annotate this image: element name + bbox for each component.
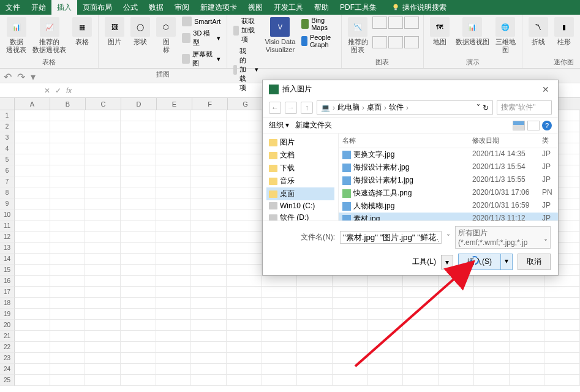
cell[interactable] bbox=[191, 331, 227, 342]
cell[interactable] bbox=[85, 176, 121, 187]
refresh-icon[interactable]: ↻ bbox=[483, 104, 489, 112]
row-header[interactable]: 23 bbox=[0, 353, 15, 364]
cell[interactable] bbox=[403, 298, 439, 309]
cell[interactable] bbox=[262, 309, 298, 320]
cell[interactable] bbox=[15, 221, 50, 232]
row-header[interactable]: 19 bbox=[0, 309, 15, 320]
cell[interactable] bbox=[439, 276, 474, 287]
cell[interactable] bbox=[121, 331, 156, 342]
cell[interactable] bbox=[50, 221, 86, 232]
cell[interactable] bbox=[191, 254, 227, 265]
row-header[interactable]: 8 bbox=[0, 187, 15, 198]
cell[interactable] bbox=[544, 353, 580, 364]
chart-type-6[interactable] bbox=[404, 36, 419, 48]
cell[interactable] bbox=[85, 154, 121, 165]
cell[interactable] bbox=[510, 342, 545, 353]
cell[interactable] bbox=[50, 198, 86, 209]
cell[interactable] bbox=[403, 342, 439, 353]
dialog-titlebar[interactable]: 插入图片 ✕ bbox=[263, 80, 558, 98]
column-header-type[interactable]: 类 bbox=[542, 136, 554, 145]
filename-input[interactable] bbox=[340, 231, 442, 244]
cell[interactable] bbox=[333, 364, 368, 375]
tools-dropdown[interactable]: ▾ bbox=[441, 255, 453, 270]
icons-button[interactable]: ⬡图 标 bbox=[154, 16, 178, 69]
cell[interactable] bbox=[50, 243, 86, 254]
cell[interactable] bbox=[121, 176, 156, 187]
cell[interactable] bbox=[227, 353, 262, 364]
row-header[interactable]: 1 bbox=[0, 110, 15, 121]
sparkline-line[interactable]: 〽折线 bbox=[526, 16, 551, 47]
cell[interactable] bbox=[156, 132, 192, 143]
cell[interactable] bbox=[510, 364, 545, 375]
tree-item[interactable]: 桌面 bbox=[266, 187, 334, 200]
cell[interactable] bbox=[544, 342, 580, 353]
cell[interactable] bbox=[121, 187, 156, 198]
cell[interactable] bbox=[156, 287, 192, 298]
cell[interactable] bbox=[121, 143, 156, 154]
cell[interactable] bbox=[156, 353, 192, 364]
cell[interactable] bbox=[156, 232, 192, 243]
tab-formulas[interactable]: 公式 bbox=[118, 0, 143, 15]
cell[interactable] bbox=[368, 320, 404, 331]
cell[interactable] bbox=[544, 331, 580, 342]
cell[interactable] bbox=[15, 353, 50, 364]
new-folder-button[interactable]: 新建文件夹 bbox=[295, 120, 332, 130]
cell[interactable] bbox=[85, 110, 121, 121]
cell[interactable] bbox=[85, 265, 121, 276]
cell[interactable] bbox=[297, 364, 333, 375]
table-button[interactable]: ▦表格 bbox=[70, 16, 94, 55]
cell[interactable] bbox=[191, 353, 227, 364]
cell[interactable] bbox=[85, 276, 121, 287]
cell[interactable] bbox=[262, 298, 298, 309]
cell[interactable] bbox=[156, 342, 192, 353]
cell[interactable] bbox=[15, 132, 50, 143]
cell[interactable] bbox=[121, 165, 156, 176]
bing-maps-button[interactable]: Bing Maps bbox=[299, 16, 337, 32]
cell[interactable] bbox=[15, 143, 50, 154]
row-header[interactable]: 22 bbox=[0, 342, 15, 353]
row-header[interactable]: 10 bbox=[0, 209, 15, 221]
dialog-close-button[interactable]: ✕ bbox=[540, 85, 552, 94]
cell[interactable] bbox=[227, 110, 262, 121]
cell[interactable] bbox=[50, 320, 86, 331]
cell[interactable] bbox=[50, 265, 86, 276]
col-header-g[interactable]: G bbox=[228, 98, 263, 110]
pivotchart-button[interactable]: 📊数据透视图 bbox=[453, 16, 492, 55]
cell[interactable] bbox=[333, 298, 368, 309]
undo-icon[interactable]: ↶ bbox=[4, 71, 13, 81]
tab-file[interactable]: 文件 bbox=[0, 0, 26, 15]
tab-pdf[interactable]: PDF工具集 bbox=[334, 0, 382, 15]
cancel-button[interactable]: 取消 bbox=[518, 254, 551, 270]
cell[interactable] bbox=[333, 353, 368, 364]
row-header[interactable]: 15 bbox=[0, 265, 15, 276]
cell[interactable] bbox=[121, 121, 156, 132]
row-header[interactable]: 25 bbox=[0, 375, 15, 386]
chart-type-4[interactable] bbox=[372, 36, 387, 48]
col-header-d[interactable]: D bbox=[121, 98, 157, 110]
cell[interactable] bbox=[403, 320, 439, 331]
cell[interactable] bbox=[510, 331, 545, 342]
cell[interactable] bbox=[544, 287, 580, 298]
tab-help[interactable]: 帮助 bbox=[309, 0, 334, 15]
pivot-table-button[interactable]: 📊数据 透视表 bbox=[4, 16, 29, 55]
cell[interactable] bbox=[544, 364, 580, 375]
cell[interactable] bbox=[510, 276, 545, 287]
tools-button[interactable]: 工具(L) bbox=[412, 257, 436, 267]
cell[interactable] bbox=[191, 309, 227, 320]
cell[interactable] bbox=[297, 320, 333, 331]
cell[interactable] bbox=[333, 320, 368, 331]
cell[interactable] bbox=[227, 143, 262, 154]
preview-toggle-button[interactable] bbox=[527, 121, 540, 130]
cell[interactable] bbox=[85, 309, 121, 320]
cell[interactable] bbox=[227, 198, 262, 209]
column-header-date[interactable]: 修改日期 bbox=[472, 136, 542, 145]
cell[interactable] bbox=[544, 276, 580, 287]
row-header[interactable]: 2 bbox=[0, 121, 15, 132]
col-header-f[interactable]: F bbox=[192, 98, 228, 110]
cell[interactable] bbox=[227, 276, 262, 287]
cell[interactable] bbox=[85, 298, 121, 309]
file-row[interactable]: 快速选择工具.png2020/10/31 17:06PN bbox=[339, 187, 558, 200]
cell[interactable] bbox=[474, 287, 510, 298]
insert-dropdown[interactable]: ▾ bbox=[501, 254, 513, 270]
tree-item[interactable]: 下载 bbox=[266, 162, 334, 175]
